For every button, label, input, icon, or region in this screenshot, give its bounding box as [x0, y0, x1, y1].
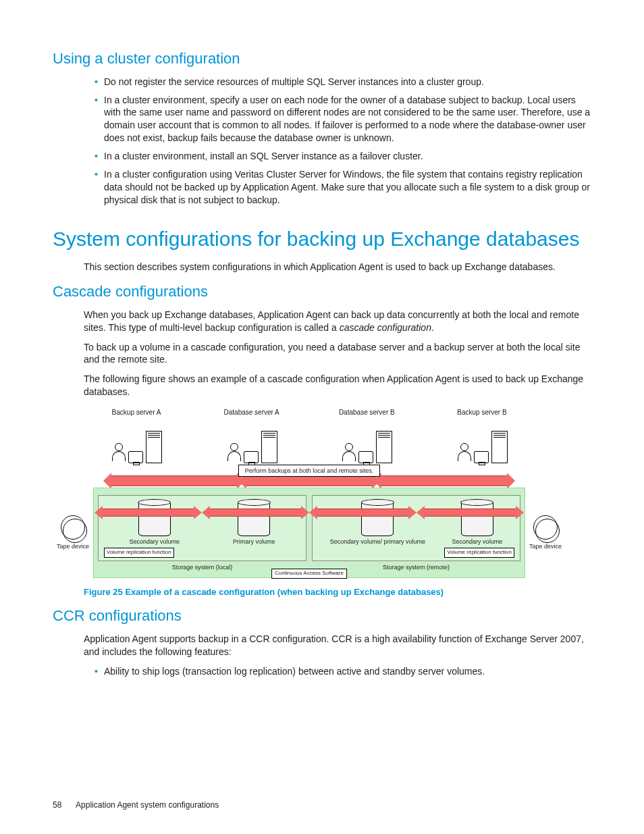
storage-zone: Tape device Tape device Secondary volume	[93, 488, 525, 578]
volume-label: Primary volume	[233, 539, 275, 546]
red-arrow-icon	[246, 475, 373, 486]
tape-label: Tape device	[529, 542, 562, 550]
paragraph-cascade-1: When you back up Exchange databases, App…	[84, 309, 591, 334]
server-icon	[146, 431, 162, 463]
server-icon	[261, 431, 277, 463]
volrep-label: Volume replication function	[444, 548, 514, 558]
monitor-icon	[474, 451, 489, 463]
text-italic: cascade configuration	[340, 322, 431, 333]
diagram-label: Backup server A	[96, 408, 177, 417]
figure-caption: Figure 25 Example of a cascade configura…	[84, 586, 591, 598]
red-arrow-icon	[317, 509, 409, 517]
cylinder-icon	[138, 501, 171, 536]
paragraph-cascade-2: To back up a volume in a cascade configu…	[84, 341, 591, 367]
red-arrow-icon	[381, 475, 508, 486]
paragraph-sys-intro: This section describes system configurat…	[84, 261, 591, 273]
list-item: Do not register the service resources of…	[95, 76, 591, 88]
list-item: Ability to ship logs (transaction log re…	[95, 665, 591, 678]
tape-icon	[533, 515, 558, 540]
heading-using-cluster: Using a cluster configuration	[53, 49, 591, 69]
continuous-access-label: Continuous Access Software	[271, 569, 347, 579]
cylinder-icon	[238, 501, 270, 536]
heading-system-configurations: System configurations for backing up Exc…	[53, 226, 591, 253]
diagram-label: Database server B	[326, 408, 407, 417]
volume-label: Secondary volume	[452, 539, 503, 546]
person-icon	[341, 443, 356, 463]
tape-label: Tape device	[57, 542, 89, 550]
text-span: .	[431, 322, 434, 333]
diagram-label: Backup server B	[441, 408, 522, 417]
storage-local: Secondary volume Primary volume Volume r…	[98, 495, 306, 561]
volume-label: Secondary volume/ primary volume	[330, 539, 425, 546]
volrep-label: Volume replication function	[104, 548, 174, 558]
heading-ccr: CCR configurations	[53, 606, 591, 626]
heading-cascade: Cascade configurations	[53, 282, 591, 302]
paragraph-cascade-3: The following figure shows an example of…	[84, 373, 591, 398]
text-span: When you back up Exchange databases, App…	[84, 309, 579, 333]
tape-icon	[61, 515, 85, 540]
red-arrow-icon	[102, 509, 194, 517]
volume-label: Secondary volume	[129, 539, 180, 546]
cluster-bullet-list: Do not register the service resources of…	[53, 76, 591, 207]
paragraph-ccr-1: Application Agent supports backup in a C…	[84, 633, 591, 658]
person-icon	[226, 443, 241, 463]
monitor-icon	[358, 451, 373, 463]
red-arrow-icon	[111, 475, 238, 486]
storage-remote: Secondary volume/ primary volume Seconda…	[312, 495, 520, 561]
page-number: 58	[53, 800, 61, 810]
footer-title: Application Agent system configurations	[76, 800, 219, 810]
page-footer: 58 Application Agent system configuratio…	[53, 800, 591, 810]
person-icon	[111, 443, 126, 463]
diagram-label: Database server A	[211, 408, 292, 417]
person-icon	[456, 443, 471, 463]
red-arrow-icon	[209, 509, 302, 517]
ccr-bullet-list: Ability to ship logs (transaction log re…	[53, 665, 591, 678]
monitor-icon	[244, 451, 259, 463]
list-item: In a cluster environment, specify a user…	[95, 94, 591, 145]
red-arrow-icon	[424, 509, 516, 517]
list-item: In a cluster environment, install an SQL…	[95, 150, 591, 163]
diagram-perform-box: Perform backups at both local and remote…	[238, 465, 380, 477]
cylinder-icon	[461, 501, 493, 536]
server-icon	[376, 431, 392, 463]
server-icon	[491, 431, 508, 463]
figure-cascade-diagram: Backup server A Database server A Databa…	[93, 408, 525, 578]
cylinder-icon	[361, 501, 394, 536]
monitor-icon	[128, 451, 143, 463]
list-item: In a cluster configuration using Veritas…	[95, 168, 591, 207]
